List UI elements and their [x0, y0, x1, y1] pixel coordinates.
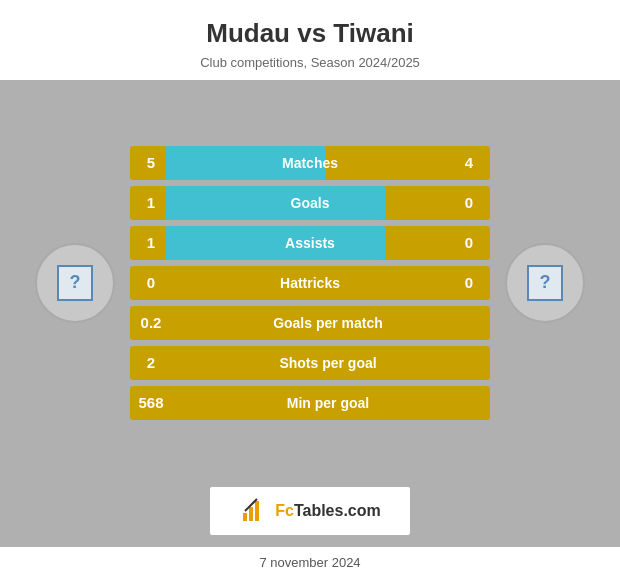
- stat-row-goals: 1Goals0: [130, 186, 490, 220]
- stat-left-val-goals-per-match: 0.2: [130, 314, 166, 331]
- stat-label-min-per-goal: Min per goal: [166, 395, 490, 411]
- stat-label-assists: Assists: [166, 235, 454, 251]
- svg-rect-1: [243, 513, 247, 521]
- left-avatar-placeholder: ?: [57, 265, 93, 301]
- footer-logo: FcTables.com: [210, 487, 410, 535]
- stat-right-val-assists: 0: [454, 234, 490, 251]
- date-footer: 7 november 2024: [0, 547, 620, 580]
- stat-right-val-hattricks: 0: [454, 274, 490, 291]
- logo-text: FcTables.com: [275, 502, 381, 520]
- stat-row-goals-per-match: 0.2Goals per match: [130, 306, 490, 340]
- stats-container: 5Matches41Goals01Assists00Hattricks00.2G…: [130, 146, 490, 420]
- header: Mudau vs Tiwani Club competitions, Seaso…: [0, 0, 620, 80]
- main-content: ? 5Matches41Goals01Assists00Hattricks00.…: [0, 80, 620, 477]
- page-title: Mudau vs Tiwani: [10, 18, 610, 49]
- stat-label-hattricks: Hattricks: [166, 275, 454, 291]
- stat-label-goals: Goals: [166, 195, 454, 211]
- left-player-avatar: ?: [35, 243, 115, 323]
- stat-left-val-goals: 1: [130, 194, 166, 211]
- stat-left-val-min-per-goal: 568: [130, 394, 166, 411]
- date-label: 7 november 2024: [259, 555, 360, 570]
- svg-rect-3: [255, 501, 259, 521]
- stat-left-val-assists: 1: [130, 234, 166, 251]
- stat-row-hattricks: 0Hattricks0: [130, 266, 490, 300]
- stat-row-assists: 1Assists0: [130, 226, 490, 260]
- logo-icon: [239, 497, 267, 525]
- stat-label-goals-per-match: Goals per match: [166, 315, 490, 331]
- svg-rect-2: [249, 507, 253, 521]
- stat-row-min-per-goal: 568Min per goal: [130, 386, 490, 420]
- stat-right-val-matches: 4: [454, 154, 490, 171]
- stat-left-val-shots-per-goal: 2: [130, 354, 166, 371]
- subtitle: Club competitions, Season 2024/2025: [10, 55, 610, 70]
- right-player-avatar: ?: [505, 243, 585, 323]
- stat-row-matches: 5Matches4: [130, 146, 490, 180]
- bottom-section: FcTables.com: [0, 477, 620, 547]
- stat-left-val-matches: 5: [130, 154, 166, 171]
- stat-left-val-hattricks: 0: [130, 274, 166, 291]
- right-avatar-placeholder: ?: [527, 265, 563, 301]
- stat-label-shots-per-goal: Shots per goal: [166, 355, 490, 371]
- stat-right-val-goals: 0: [454, 194, 490, 211]
- right-player-card: ?: [490, 243, 600, 323]
- left-player-card: ?: [20, 243, 130, 323]
- stat-row-shots-per-goal: 2Shots per goal: [130, 346, 490, 380]
- stat-label-matches: Matches: [166, 155, 454, 171]
